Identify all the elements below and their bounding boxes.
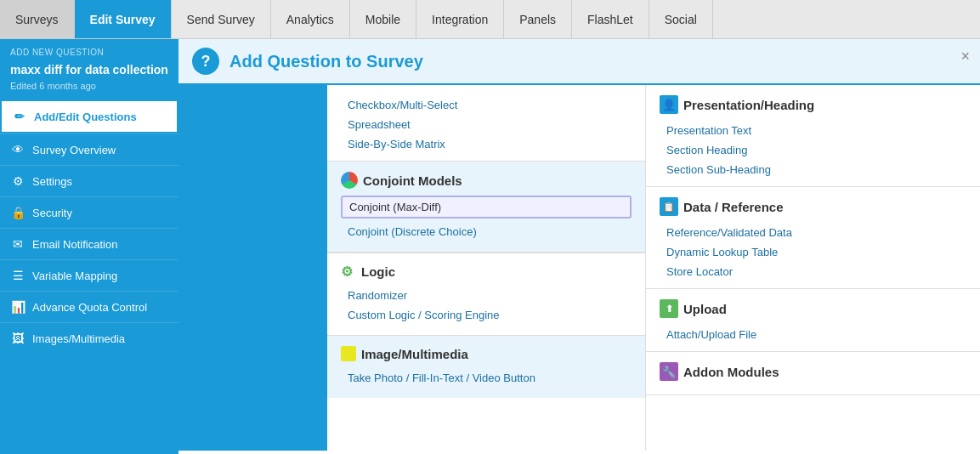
sidebar-add-new-label: ADD NEW QUESTION xyxy=(0,39,178,60)
sidebar-item-label: Add/Edit Questions xyxy=(34,111,137,123)
sidebar-item-label: Images/Multimedia xyxy=(32,332,125,345)
sidebar-survey-title: maxx diff for data collection xyxy=(0,60,178,79)
question-type-spreadsheet[interactable]: Spreadsheet xyxy=(341,115,632,134)
tab-integration[interactable]: Integration xyxy=(416,0,504,38)
conjoint-section-header: Conjoint Models xyxy=(341,172,632,189)
sidebar-item-images-multimedia[interactable]: 🖼 Images/Multimedia xyxy=(0,322,178,354)
presentation-heading-title: Presentation/Heading xyxy=(683,98,814,112)
tab-mobile[interactable]: Mobile xyxy=(350,0,416,38)
data-reference-icon: 📋 xyxy=(660,197,678,216)
pie-chart-icon xyxy=(341,172,358,189)
lock-icon: 🔒 xyxy=(10,206,25,219)
sidebar-item-variable-mapping[interactable]: ☰ Variable Mapping xyxy=(0,259,178,291)
modal-header-icon: ? xyxy=(192,48,219,75)
tab-analytics[interactable]: Analytics xyxy=(271,0,350,38)
tab-send-survey[interactable]: Send Survey xyxy=(172,0,271,38)
logic-section: ⚙ Logic Randomizer Custom Logic / Scorin… xyxy=(327,253,645,335)
tab-surveys[interactable]: Surveys xyxy=(0,0,75,38)
addon-title: Addon Modules xyxy=(683,365,779,379)
edit-icon: ✏ xyxy=(12,110,27,123)
randomizer-link[interactable]: Randomizer xyxy=(341,286,632,305)
upload-icon: ⬆ xyxy=(660,299,678,318)
sidebar: ADD NEW QUESTION maxx diff for data coll… xyxy=(0,39,178,454)
right-panel: 👤 Presentation/Heading Presentation Text… xyxy=(646,85,980,451)
tab-panels[interactable]: Panels xyxy=(504,0,572,38)
chart-icon: 📊 xyxy=(10,300,25,314)
upload-section: ⬆ Upload Attach/Upload File xyxy=(646,289,980,352)
image-section-title: Image/Multimedia xyxy=(361,347,468,361)
presentation-heading-section: 👤 Presentation/Heading Presentation Text… xyxy=(646,85,980,187)
image-multimedia-section: Image/Multimedia Take Photo / Fill-In-Te… xyxy=(327,335,645,398)
logic-section-header: ⚙ Logic xyxy=(341,264,632,279)
reference-validated-link[interactable]: Reference/Validated Data xyxy=(660,223,966,242)
dynamic-lookup-link[interactable]: Dynamic Lookup Table xyxy=(660,242,966,262)
presentation-heading-header: 👤 Presentation/Heading xyxy=(660,95,966,114)
attach-upload-link[interactable]: Attach/Upload File xyxy=(660,325,966,344)
store-locator-link[interactable]: Store Locator xyxy=(660,262,966,281)
sidebar-item-advance-quota-control[interactable]: 📊 Advance Quota Control xyxy=(0,291,178,322)
logic-section-title: Logic xyxy=(361,264,395,279)
presentation-text-link[interactable]: Presentation Text xyxy=(660,121,966,140)
sidebar-item-label: Advance Quota Control xyxy=(32,301,147,314)
image-multimedia-icon xyxy=(341,346,356,361)
sidebar-item-settings[interactable]: ⚙ Settings xyxy=(0,165,178,196)
mail-icon: ✉ xyxy=(10,237,25,251)
section-sub-heading-link[interactable]: Section Sub-Heading xyxy=(660,160,966,179)
modal-header: ? Add Question to Survey × xyxy=(178,39,980,85)
image-section-header: Image/Multimedia xyxy=(341,346,632,361)
sidebar-item-label: Security xyxy=(32,207,72,219)
sidebar-item-label: Survey Overview xyxy=(32,144,116,156)
take-photo-link[interactable]: Take Photo / Fill-In-Text / Video Button xyxy=(341,368,632,388)
custom-logic-link[interactable]: Custom Logic / Scoring Engine xyxy=(341,305,632,325)
logic-icon: ⚙ xyxy=(341,264,356,279)
addon-modules-section: 🔧 Addon Modules xyxy=(646,352,980,395)
sidebar-item-label: Variable Mapping xyxy=(32,270,117,282)
basic-question-types: Checkbox/Multi-Select Spreadsheet Side-B… xyxy=(327,85,645,161)
conjoint-max-diff-link[interactable]: Conjoint (Max-Diff) xyxy=(341,196,632,218)
sidebar-item-add-edit-questions[interactable]: ✏ Add/Edit Questions xyxy=(0,99,178,133)
eye-icon: 👁 xyxy=(10,143,25,156)
data-reference-section: 📋 Data / Reference Reference/Validated D… xyxy=(646,187,980,289)
section-heading-link[interactable]: Section Heading xyxy=(660,140,966,160)
list-icon: ☰ xyxy=(10,269,25,282)
upload-header: ⬆ Upload xyxy=(660,299,966,318)
data-reference-title: Data / Reference xyxy=(683,200,784,214)
sidebar-item-label: Settings xyxy=(32,175,72,188)
upload-title: Upload xyxy=(683,302,727,316)
conjoint-discrete-choice-link[interactable]: Conjoint (Discrete Choice) xyxy=(341,222,632,241)
tab-edit-survey[interactable]: Edit Survey xyxy=(75,0,172,38)
addon-header: 🔧 Addon Modules xyxy=(660,362,966,381)
sidebar-edited-label: Edited 6 months ago xyxy=(0,79,178,99)
main-layout: ADD NEW QUESTION maxx diff for data coll… xyxy=(0,39,980,454)
question-type-side-by-side[interactable]: Side-By-Side Matrix xyxy=(341,134,632,154)
sidebar-item-security[interactable]: 🔒 Security xyxy=(0,196,178,228)
sidebar-item-survey-overview[interactable]: 👁 Survey Overview xyxy=(0,133,178,165)
conjoint-models-section: Conjoint Models Conjoint (Max-Diff) Conj… xyxy=(327,161,645,253)
modal-close-button[interactable]: × xyxy=(960,48,970,65)
modal-title: Add Question to Survey xyxy=(229,52,423,71)
question-type-checkbox[interactable]: Checkbox/Multi-Select xyxy=(341,95,632,115)
tab-social[interactable]: Social xyxy=(649,0,713,38)
tab-flashlet[interactable]: FlashLet xyxy=(572,0,649,38)
top-navigation: Surveys Edit Survey Send Survey Analytic… xyxy=(0,0,980,39)
image-icon: 🖼 xyxy=(10,332,25,345)
content-area: ? Add Question to Survey × Checkbox/Mult… xyxy=(178,39,980,454)
data-reference-header: 📋 Data / Reference xyxy=(660,197,966,216)
middle-panel: Checkbox/Multi-Select Spreadsheet Side-B… xyxy=(327,85,646,451)
conjoint-section-title: Conjoint Models xyxy=(363,173,462,188)
gear-icon: ⚙ xyxy=(10,174,25,188)
sidebar-item-email-notification[interactable]: ✉ Email Notification xyxy=(0,228,178,259)
modal-body: Checkbox/Multi-Select Spreadsheet Side-B… xyxy=(178,85,980,451)
left-blue-panel xyxy=(178,85,327,451)
presentation-heading-icon: 👤 xyxy=(660,95,678,114)
addon-icon: 🔧 xyxy=(660,362,678,381)
sidebar-item-label: Email Notification xyxy=(32,238,117,251)
